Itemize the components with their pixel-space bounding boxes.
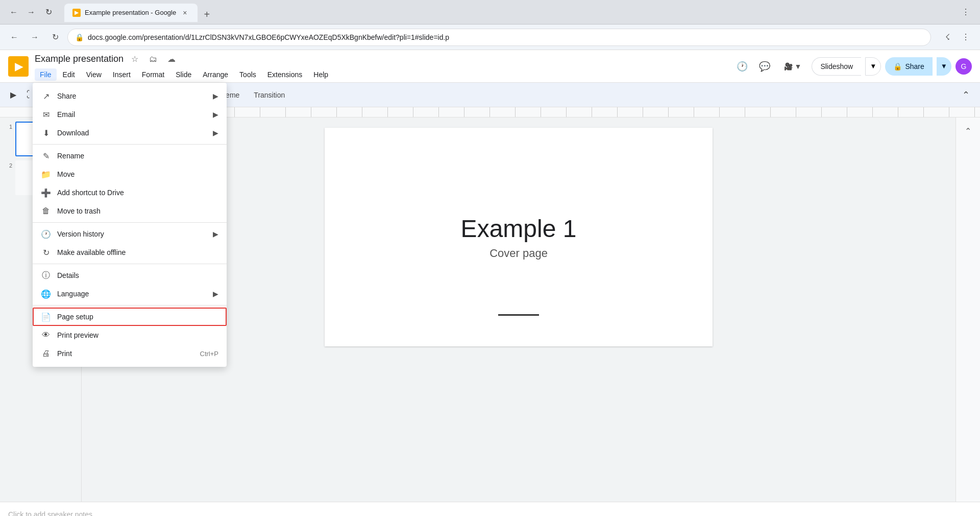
menu-item-print-preview[interactable]: 👁 Print preview <box>33 326 227 344</box>
print-label: Print <box>57 349 194 358</box>
menu-item-page-setup[interactable]: 📄 Page setup <box>33 308 227 326</box>
menu-section-2: ✎ Rename 📁 Move ➕ Add shortcut to Drive … <box>33 145 227 223</box>
download-label: Download <box>57 129 207 137</box>
menu-section-3: 🕐 Version history ▶ ↻ Make available off… <box>33 223 227 264</box>
menu-item-move-to-trash[interactable]: 🗑 Move to trash <box>33 202 227 220</box>
move-to-trash-label: Move to trash <box>57 207 218 215</box>
version-history-arrow: ▶ <box>213 230 218 238</box>
email-label: Email <box>57 110 207 119</box>
add-shortcut-icon: ➕ <box>41 187 51 198</box>
file-dropdown-menu: ↗ Share ▶ ✉ Email ▶ ⬇ Download ▶ ✎ Renam… <box>33 83 227 367</box>
menu-item-print[interactable]: 🖨 Print Ctrl+P <box>33 344 227 363</box>
rename-icon: ✎ <box>41 151 51 161</box>
language-arrow: ▶ <box>213 290 218 298</box>
rename-label: Rename <box>57 152 218 160</box>
move-icon: 📁 <box>41 169 51 179</box>
menu-item-email[interactable]: ✉ Email ▶ <box>33 105 227 124</box>
menu-item-download[interactable]: ⬇ Download ▶ <box>33 124 227 142</box>
email-icon: ✉ <box>41 109 51 120</box>
language-icon: 🌐 <box>41 289 51 299</box>
dropdown-overlay[interactable]: ↗ Share ▶ ✉ Email ▶ ⬇ Download ▶ ✎ Renam… <box>0 0 980 516</box>
share-menu-label: Share <box>57 92 207 100</box>
share-menu-icon: ↗ <box>41 91 51 101</box>
email-arrow: ▶ <box>213 110 218 119</box>
details-label: Details <box>57 271 218 279</box>
details-icon: ⓘ <box>41 270 51 280</box>
page-setup-icon: 📄 <box>41 312 51 322</box>
offline-label: Make available offline <box>57 248 218 256</box>
language-label: Language <box>57 290 207 298</box>
print-preview-label: Print preview <box>57 331 218 339</box>
move-label: Move <box>57 170 218 178</box>
version-history-icon: 🕐 <box>41 229 51 239</box>
download-arrow: ▶ <box>213 129 218 137</box>
add-shortcut-label: Add shortcut to Drive <box>57 189 218 197</box>
menu-section-1: ↗ Share ▶ ✉ Email ▶ ⬇ Download ▶ <box>33 85 227 145</box>
menu-item-offline[interactable]: ↻ Make available offline <box>33 243 227 262</box>
menu-section-5: 📄 Page setup 👁 Print preview 🖨 Print Ctr… <box>33 306 227 365</box>
menu-item-share[interactable]: ↗ Share ▶ <box>33 87 227 105</box>
print-icon: 🖨 <box>41 348 51 359</box>
menu-item-language[interactable]: 🌐 Language ▶ <box>33 285 227 303</box>
share-arrow: ▶ <box>213 92 218 100</box>
version-history-label: Version history <box>57 230 207 238</box>
menu-item-details[interactable]: ⓘ Details <box>33 266 227 285</box>
menu-item-version-history[interactable]: 🕐 Version history ▶ <box>33 225 227 243</box>
offline-icon: ↻ <box>41 247 51 257</box>
menu-item-move[interactable]: 📁 Move <box>33 165 227 183</box>
trash-icon: 🗑 <box>41 206 51 216</box>
print-preview-icon: 👁 <box>41 330 51 340</box>
menu-item-rename[interactable]: ✎ Rename <box>33 147 227 165</box>
print-shortcut: Ctrl+P <box>200 350 218 358</box>
menu-section-4: ⓘ Details 🌐 Language ▶ <box>33 264 227 306</box>
download-icon: ⬇ <box>41 128 51 138</box>
menu-item-add-shortcut[interactable]: ➕ Add shortcut to Drive <box>33 183 227 202</box>
page-setup-label: Page setup <box>57 313 218 321</box>
